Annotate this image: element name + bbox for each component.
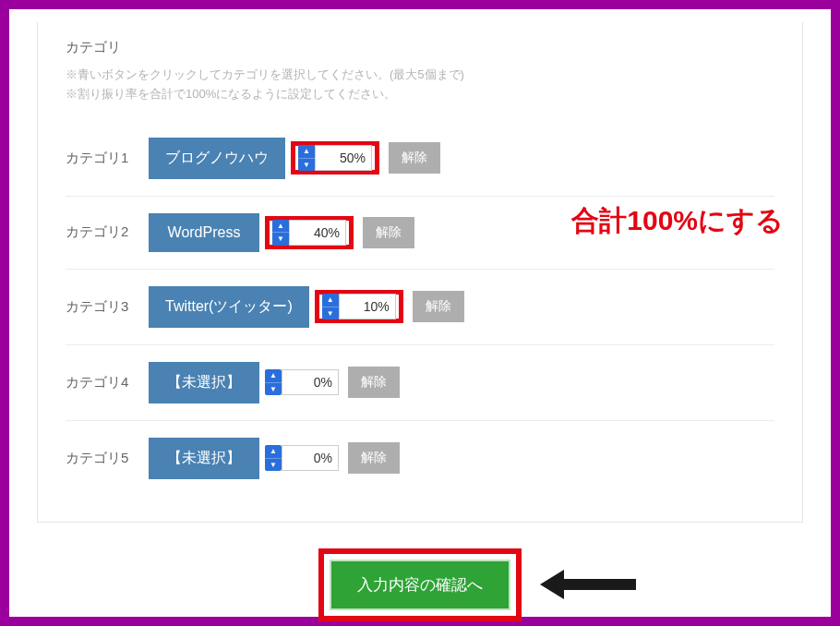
category-select-button[interactable]: ブログノウハウ xyxy=(149,138,285,179)
stepper-up-icon[interactable]: ▲ xyxy=(272,220,289,234)
stepper-down-icon[interactable]: ▼ xyxy=(265,459,282,472)
release-button[interactable]: 解除 xyxy=(363,217,414,248)
percent-group: ▲ ▼ xyxy=(315,290,403,323)
category-select-button[interactable]: WordPress xyxy=(149,213,259,252)
submit-highlight: 入力内容の確認へ xyxy=(318,548,522,621)
category-row-4: カテゴリ4 【未選択】 ▲ ▼ 解除 xyxy=(66,345,774,421)
percent-input[interactable] xyxy=(289,220,346,246)
annotation-sum-text: 合計100%にする xyxy=(571,202,784,240)
hint-line-2: ※割り振り率を合計で100%になるように設定してください。 xyxy=(66,85,774,104)
category-row-2: カテゴリ2 WordPress ▲ ▼ 解除 合計100%にする xyxy=(66,197,774,270)
arrow-annotation xyxy=(540,570,636,599)
percent-group: ▲ ▼ xyxy=(265,441,339,475)
stepper-up-icon[interactable]: ▲ xyxy=(322,294,339,307)
stepper-up-icon[interactable]: ▲ xyxy=(265,445,282,459)
percent-input[interactable] xyxy=(315,145,372,171)
percent-stepper[interactable]: ▲ ▼ xyxy=(298,145,315,171)
category-select-button[interactable]: 【未選択】 xyxy=(149,438,259,479)
row-label: カテゴリ2 xyxy=(66,223,149,241)
category-row-3: カテゴリ3 Twitter(ツイッター) ▲ ▼ 解除 xyxy=(66,270,774,345)
category-select-button[interactable]: Twitter(ツイッター) xyxy=(149,286,309,328)
arrow-left-icon xyxy=(540,570,564,599)
category-rows: カテゴリ1 ブログノウハウ ▲ ▼ 解除 カテゴリ2 WordPress ▲ xyxy=(66,121,774,496)
percent-stepper[interactable]: ▲ ▼ xyxy=(265,445,282,471)
stepper-down-icon[interactable]: ▼ xyxy=(265,383,282,396)
release-button[interactable]: 解除 xyxy=(413,291,464,322)
category-row-5: カテゴリ5 【未選択】 ▲ ▼ 解除 xyxy=(66,421,774,496)
row-label: カテゴリ1 xyxy=(66,150,149,167)
percent-group: ▲ ▼ xyxy=(265,216,354,249)
release-button[interactable]: 解除 xyxy=(348,442,400,474)
percent-input[interactable] xyxy=(282,369,339,395)
submit-area: 入力内容の確認へ xyxy=(37,548,803,621)
percent-input[interactable] xyxy=(282,445,339,471)
row-label: カテゴリ4 xyxy=(66,374,149,391)
percent-stepper[interactable]: ▲ ▼ xyxy=(322,294,339,319)
percent-input[interactable] xyxy=(339,294,396,319)
release-button[interactable]: 解除 xyxy=(348,367,400,398)
stepper-down-icon[interactable]: ▼ xyxy=(322,307,339,320)
page-frame: カテゴリ ※青いボタンをクリックしてカテゴリを選択してください。(最大5個まで)… xyxy=(0,0,840,626)
confirm-button[interactable]: 入力内容の確認へ xyxy=(330,560,510,610)
section-title: カテゴリ xyxy=(66,39,774,56)
stepper-up-icon[interactable]: ▲ xyxy=(298,145,315,159)
percent-group: ▲ ▼ xyxy=(265,366,339,399)
category-row-1: カテゴリ1 ブログノウハウ ▲ ▼ 解除 xyxy=(66,121,774,197)
row-label: カテゴリ3 xyxy=(66,298,149,316)
percent-stepper[interactable]: ▲ ▼ xyxy=(265,369,282,395)
category-card: カテゴリ ※青いボタンをクリックしてカテゴリを選択してください。(最大5個まで)… xyxy=(37,22,803,523)
release-button[interactable]: 解除 xyxy=(389,142,440,174)
stepper-down-icon[interactable]: ▼ xyxy=(272,233,289,246)
hint-line-1: ※青いボタンをクリックしてカテゴリを選択してください。(最大5個まで) xyxy=(66,66,774,85)
arrow-shaft xyxy=(564,579,636,590)
row-label: カテゴリ5 xyxy=(66,450,149,467)
percent-stepper[interactable]: ▲ ▼ xyxy=(272,220,289,246)
stepper-down-icon[interactable]: ▼ xyxy=(298,159,315,172)
stepper-up-icon[interactable]: ▲ xyxy=(265,369,282,383)
category-select-button[interactable]: 【未選択】 xyxy=(149,362,259,403)
percent-group: ▲ ▼ xyxy=(291,141,379,175)
